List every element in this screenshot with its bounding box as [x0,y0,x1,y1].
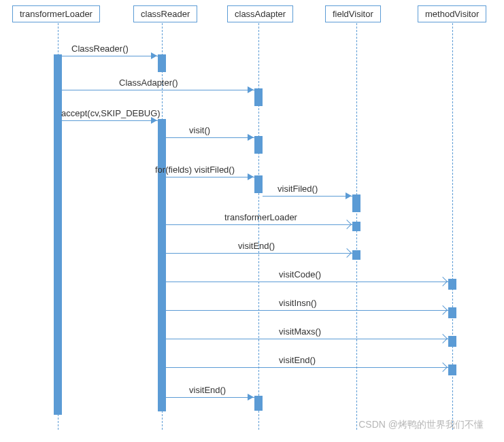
msg-label-visitend-mv: visitEnd() [279,355,316,365]
msg-line-visitfiled [263,196,352,197]
activation-classAdapter-2 [254,136,263,154]
msg-label-classreader: ClassReader() [71,44,129,54]
arrow-tloader [342,220,352,229]
activation-classAdapter-3 [254,175,263,193]
activation-methodVisitor-3 [448,336,456,347]
msg-line-classadapter [62,90,254,90]
arrow-visitend-ca [248,394,254,401]
msg-line-visitinsn [166,310,448,311]
activation-fieldVisitor-2 [352,222,360,231]
activation-classReader-1 [158,54,166,72]
arrow-visitfiled [346,192,352,199]
msg-line-visitcode [166,282,448,282]
arrow-accept [151,117,157,124]
msg-line-visitmaxs [166,339,448,339]
arrow-classadapter [248,86,254,93]
msg-label-visitmaxs: visitMaxs() [279,326,321,337]
participant-classAdapter: classAdapter [227,5,293,22]
msg-label-classadapter: ClassAdapter() [119,78,178,88]
msg-label-tloader: transformerLoader [224,212,297,222]
participant-transformerLoader: transformerLoader [12,5,100,22]
msg-label-forfields: for(fields) visitFiled() [155,165,235,175]
participant-classReader: classReader [133,5,197,22]
participant-methodVisitor: methodVisitor [418,5,486,22]
msg-line-visitend-mv [166,367,448,368]
arrow-classreader [151,52,157,59]
msg-label-accept: accept(cv,SKIP_DEBUG) [61,108,161,118]
activation-fieldVisitor-1 [352,194,360,212]
msg-label-visitinsn: visitInsn() [279,298,317,308]
activation-classAdapter-4 [254,396,263,411]
msg-line-forfields [166,177,254,177]
msg-label-visitfiled: visitFiled() [278,184,318,194]
activation-methodVisitor-1 [448,279,456,290]
arrow-forfields [248,173,254,180]
activation-classReader-2 [158,119,166,411]
msg-label-visitend-fv: visitEnd() [238,241,275,251]
activation-methodVisitor-2 [448,307,456,318]
msg-label-visitcode: visitCode() [279,269,321,279]
arrow-visitmaxs [438,334,448,343]
msg-line-accept [62,120,158,121]
arrow-visitinsn [438,305,448,315]
msg-line-visit [166,137,254,138]
participant-fieldVisitor: fieldVisitor [325,5,381,22]
activation-fieldVisitor-3 [352,250,360,260]
msg-line-visitend-fv [166,253,352,254]
arrow-visitcode [438,277,448,286]
arrow-visitend-mv [438,362,448,372]
lifeline-classAdapter [258,23,259,430]
msg-label-visit: visit() [189,125,210,135]
msg-line-classreader [62,56,158,56]
activation-classAdapter-1 [254,88,263,106]
arrow-visit [248,134,254,141]
activation-methodVisitor-4 [448,364,456,375]
msg-line-visitend-ca [166,397,254,398]
arrow-visitend-fv [342,248,352,258]
watermark: CSDN @烤鸭的世界我们不懂 [358,419,484,431]
msg-line-tloader [166,224,352,225]
msg-label-visitend-ca: visitEnd() [189,385,226,395]
